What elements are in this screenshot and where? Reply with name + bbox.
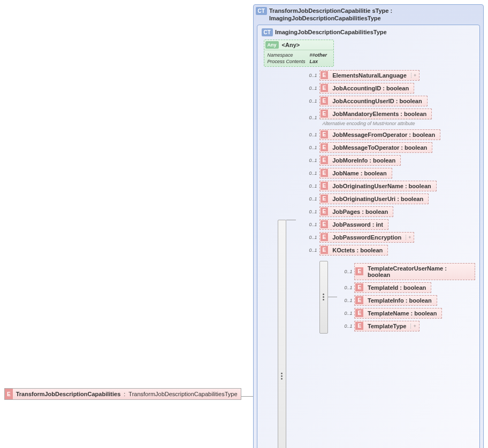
schema-element[interactable]: ETemplateId : boolean: [354, 282, 431, 293]
element-badge: E: [321, 195, 329, 203]
cardinality: 0..1: [341, 285, 352, 290]
element-row: 0..1EJobMandatoryElements : booleanAlter…: [307, 109, 475, 127]
element-label: TemplateCreatorUserName : boolean: [363, 264, 474, 279]
cardinality: 0..1: [307, 196, 317, 202]
element-row: 0..1EElementsNaturalLanguage+: [307, 70, 475, 81]
schema-element[interactable]: EJobOriginatingUserUri : boolean: [319, 194, 429, 204]
element-badge: E: [321, 182, 329, 190]
element-label: JobAccountingUserID : boolean: [328, 97, 426, 105]
element-label: JobMandatoryElements : boolean: [328, 110, 431, 118]
outer-type-base: ImagingJobDescriptionCapabilitiesType: [269, 15, 381, 21]
any-title: <Any>: [279, 42, 303, 48]
schema-element[interactable]: EElementsNaturalLanguage+: [319, 70, 420, 81]
element-badge: E: [321, 110, 329, 118]
schema-element[interactable]: ETemplateCreatorUserName : boolean: [354, 263, 475, 280]
element-badge: E: [321, 84, 329, 92]
expand-icon[interactable]: +: [410, 323, 418, 329]
element-badge: E: [321, 97, 329, 105]
element-row: 0..1EJobName : boolean: [307, 168, 475, 179]
cardinality: 0..1: [307, 209, 317, 214]
element-label: JobOriginatingUserName : boolean: [328, 182, 436, 190]
cardinality: 0..1: [341, 269, 352, 274]
schema-element[interactable]: EJobMessageToOperator : boolean: [319, 142, 433, 153]
element-label: JobPages : boolean: [328, 207, 392, 216]
element-label: JobMoreInfo : boolean: [328, 156, 400, 165]
cardinality: 0..1: [307, 222, 317, 227]
element-row: 0..1ETemplateType+: [341, 321, 475, 331]
cardinality: 0..1: [307, 132, 317, 137]
connector-line: [241, 396, 253, 397]
any-attribute-box[interactable]: Any <Any> Namespace##other Process Conte…: [264, 40, 334, 67]
schema-element[interactable]: EJobPasswordEncryption+: [319, 232, 415, 243]
schema-element[interactable]: EJobAccountingID : boolean: [319, 83, 415, 94]
main-children: 0..1EElementsNaturalLanguage+0..1EJobAcc…: [307, 70, 475, 334]
expand-icon[interactable]: +: [411, 73, 418, 78]
element-label: TemplateType: [363, 322, 410, 330]
root-element-text: TransformJobDescriptionCapabilities : Tr…: [13, 389, 241, 399]
element-label: JobAccountingID : boolean: [328, 84, 413, 92]
element-badge: E: [321, 246, 329, 254]
schema-element[interactable]: EJobAccountingUserID : boolean: [319, 96, 428, 106]
element-row: 0..1EJobPassword : int: [307, 219, 475, 230]
element-badge: E: [321, 143, 329, 151]
element-badge: E: [355, 283, 363, 291]
root-element-type: TransformJobDescriptionCapabilitiesType: [128, 391, 237, 397]
element-row: 0..1EKOctets : boolean: [307, 245, 475, 256]
cardinality: 0..1: [307, 171, 317, 176]
element-row: 0..1EJobPages : boolean: [307, 206, 475, 217]
inner-header: CT ImagingJobDescriptionCapabilitiesType: [262, 28, 475, 36]
element-badge: E: [321, 156, 329, 164]
any-meta-table: Namespace##other Process ContentsLax: [266, 51, 332, 65]
element-badge: E: [321, 169, 329, 177]
schema-element[interactable]: EJobPages : boolean: [319, 206, 394, 217]
schema-element[interactable]: EJobName : boolean: [319, 168, 392, 179]
cardinality: 0..1: [341, 311, 352, 316]
schema-element[interactable]: ETemplateName : boolean: [354, 308, 442, 319]
schema-element[interactable]: EJobMandatoryElements : boolean: [319, 109, 432, 119]
element-label: TemplateInfo : boolean: [363, 296, 436, 305]
any-badge: Any: [265, 41, 279, 49]
cardinality: 0..1: [307, 73, 317, 78]
element-badge: E: [321, 71, 329, 79]
xsd-diagram: E TransformJobDescriptionCapabilities : …: [0, 0, 488, 448]
root-row: E TransformJobDescriptionCapabilities : …: [4, 4, 484, 448]
outer-type-name: TransformJobDescriptionCapabilitie sType…: [269, 7, 392, 14]
schema-element[interactable]: EJobMessageFromOperator : boolean: [319, 129, 441, 140]
schema-element[interactable]: ETemplateInfo : boolean: [354, 295, 437, 306]
element-row: 0..1EJobMoreInfo : boolean: [307, 155, 475, 166]
root-element[interactable]: E TransformJobDescriptionCapabilities : …: [4, 388, 241, 400]
element-label: JobPasswordEncryption: [328, 233, 406, 242]
element-label: JobMessageToOperator : boolean: [328, 143, 431, 152]
sequence-compositor[interactable]: [319, 261, 328, 334]
element-row: 0..1EJobPasswordEncryption+: [307, 232, 475, 243]
outer-complextype-box: CT TransformJobDescriptionCapabilitie sT…: [253, 4, 484, 448]
schema-element[interactable]: ETemplateType+: [354, 321, 419, 331]
element-badge: E: [355, 296, 363, 304]
cardinality: 0..1: [307, 98, 317, 104]
element-row: 0..1EJobOriginatingUserName : boolean: [307, 181, 475, 191]
root-element-name: TransformJobDescriptionCapabilities: [16, 391, 121, 397]
element-row: 0..1EJobAccountingID : boolean: [307, 83, 475, 94]
element-row: 0..1ETemplateCreatorUserName : boolean: [341, 263, 475, 280]
cardinality: 0..1: [307, 158, 317, 163]
element-label: JobMessageFromOperator : boolean: [328, 130, 439, 139]
element-badge: E: [5, 389, 13, 399]
schema-element[interactable]: EKOctets : boolean: [319, 245, 388, 256]
schema-element[interactable]: EJobMoreInfo : boolean: [319, 155, 401, 166]
element-label: JobPassword : int: [328, 220, 387, 229]
sequence-compositor[interactable]: [278, 220, 286, 448]
template-children: 0..1ETemplateCreatorUserName : boolean0.…: [341, 263, 475, 331]
element-row: 0..1EJobOriginatingUserUri : boolean: [307, 194, 475, 204]
element-badge: E: [321, 233, 329, 241]
element-row: 0..1EJobMessageToOperator : boolean: [307, 142, 475, 153]
element-annotation: Alternative encoding of MustHonor attrib…: [319, 119, 432, 127]
element-badge: E: [355, 322, 363, 330]
element-label: TemplateId : boolean: [363, 283, 430, 292]
element-row: 0..1ETemplateId : boolean: [341, 282, 475, 293]
inner-complextype-box: CT ImagingJobDescriptionCapabilitiesType…: [257, 25, 480, 448]
cardinality: 0..1: [307, 183, 317, 189]
element-badge: E: [321, 220, 329, 228]
schema-element[interactable]: EJobPassword : int: [319, 219, 388, 230]
schema-element[interactable]: EJobOriginatingUserName : boolean: [319, 181, 437, 191]
expand-icon[interactable]: +: [406, 235, 413, 240]
